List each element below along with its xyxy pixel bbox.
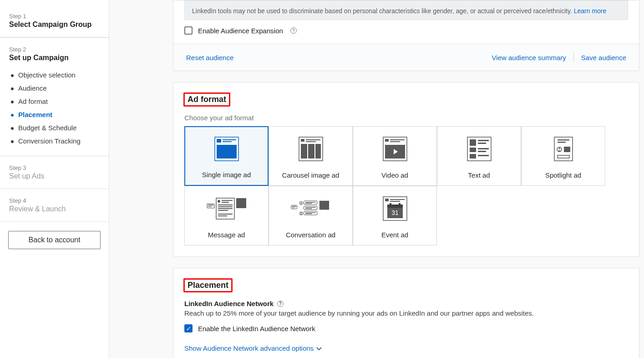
- svg-rect-62: [305, 212, 315, 213]
- step-4-block[interactable]: Step 4 Review & Launch: [0, 189, 109, 222]
- format-label: Text ad: [468, 171, 490, 179]
- substep-ad-format[interactable]: Ad format: [9, 95, 100, 108]
- footer-divider: [573, 52, 574, 62]
- ad-format-grid: Single image ad Carousel image ad: [184, 126, 605, 245]
- substep-budget[interactable]: Budget & Schedule: [9, 121, 100, 134]
- event-ad-icon: 31: [383, 186, 407, 231]
- svg-rect-23: [478, 148, 489, 149]
- placement-heading: Placement: [183, 278, 233, 292]
- svg-text:31: 31: [391, 209, 399, 216]
- svg-rect-72: [399, 203, 401, 206]
- audience-network-title: LinkedIn Audience Network: [184, 300, 274, 307]
- sidebar: Step 1 Select Campaign Group Step 2 Set …: [0, 0, 109, 358]
- format-label: Event ad: [381, 231, 408, 239]
- step-4-label: Step 4: [9, 197, 100, 204]
- enable-network-label: Enable the LinkedIn Audience Network: [198, 325, 315, 332]
- format-label: Message ad: [208, 231, 245, 239]
- audience-panel: LinkedIn tools may not be used to discri…: [173, 0, 639, 71]
- back-to-account-button[interactable]: Back to account: [8, 231, 101, 249]
- format-label: Carousel image ad: [282, 171, 340, 179]
- svg-rect-47: [236, 198, 246, 208]
- step-3-label: Step 3: [9, 164, 100, 171]
- svg-rect-6: [301, 139, 304, 142]
- format-label: Spotlight ad: [545, 171, 581, 179]
- reset-audience-link[interactable]: Reset audience: [186, 54, 233, 61]
- placement-panel: Placement LinkedIn Audience Network ? Re…: [173, 268, 639, 358]
- substep-placement[interactable]: Placement: [9, 108, 100, 121]
- svg-rect-24: [478, 151, 486, 152]
- format-carousel[interactable]: Carousel image ad: [269, 126, 353, 186]
- carousel-icon: [299, 127, 323, 171]
- svg-rect-67: [390, 199, 405, 200]
- svg-rect-29: [558, 142, 566, 143]
- svg-rect-39: [222, 200, 233, 201]
- ad-format-subheading: Choose your ad format: [184, 114, 628, 122]
- step-2-label: Step 2: [9, 46, 100, 53]
- help-icon[interactable]: ?: [277, 301, 284, 307]
- svg-rect-64: [319, 201, 329, 210]
- audience-panel-footer: Reset audience View audience summary Sav…: [173, 44, 639, 71]
- save-audience-link[interactable]: Save audience: [581, 54, 626, 61]
- svg-rect-66: [385, 199, 389, 201]
- learn-more-link[interactable]: Learn more: [574, 7, 607, 15]
- svg-rect-58: [305, 208, 312, 209]
- svg-rect-1: [217, 139, 221, 143]
- enable-network-row: ✓ Enable the LinkedIn Audience Network: [184, 322, 628, 335]
- format-message[interactable]: Message ad: [184, 186, 269, 245]
- svg-rect-57: [305, 207, 315, 208]
- spotlight-icon: [551, 127, 576, 171]
- format-spotlight[interactable]: Spotlight ad: [521, 126, 605, 186]
- svg-rect-63: [305, 214, 312, 214]
- audience-expansion-checkbox[interactable]: [184, 26, 193, 35]
- advanced-options-text: Show Audience Network advanced options: [184, 344, 314, 352]
- audience-network-desc: Reach up to 25% more of your target audi…: [184, 309, 628, 317]
- svg-rect-41: [218, 205, 233, 205]
- enable-network-checkbox[interactable]: ✓: [184, 324, 193, 332]
- text-ad-icon: [467, 127, 492, 171]
- svg-rect-50: [292, 208, 295, 208]
- svg-rect-44: [218, 210, 228, 211]
- view-audience-summary-link[interactable]: View audience summary: [492, 54, 566, 61]
- svg-point-52: [300, 202, 301, 203]
- format-single-image[interactable]: Single image ad: [184, 126, 269, 186]
- format-label: Conversation ad: [286, 231, 335, 239]
- svg-rect-22: [470, 148, 476, 152]
- svg-rect-55: [305, 203, 312, 204]
- format-label: Single image ad: [202, 171, 251, 179]
- svg-rect-2: [223, 139, 236, 140]
- svg-rect-8: [306, 141, 316, 142]
- format-text[interactable]: Text ad: [437, 126, 521, 186]
- step-3-block[interactable]: Step 3 Set up Ads: [0, 156, 109, 189]
- step-1-block[interactable]: Step 1 Select Campaign Group: [0, 5, 109, 37]
- svg-rect-42: [218, 206, 233, 207]
- svg-rect-13: [385, 139, 389, 142]
- single-image-icon: [214, 127, 239, 171]
- format-event[interactable]: 31 Event ad: [353, 186, 437, 245]
- svg-rect-14: [390, 139, 405, 140]
- svg-rect-7: [306, 139, 320, 140]
- audience-network-title-row: LinkedIn Audience Network ?: [184, 300, 628, 307]
- format-conversation[interactable]: Conversation ad: [269, 186, 353, 245]
- svg-rect-26: [478, 155, 489, 156]
- step-2-block: Step 2 Set up Campaign Objective selecti…: [0, 37, 109, 156]
- help-icon[interactable]: ?: [290, 27, 297, 34]
- ad-format-panel: Ad format Choose your ad format Single i…: [173, 82, 639, 257]
- step-1-title: Select Campaign Group: [9, 20, 100, 29]
- substeps-list: Objective selection Audience Ad format P…: [9, 68, 100, 148]
- conversation-ad-icon: [290, 186, 331, 231]
- chevron-down-icon: [316, 344, 322, 352]
- svg-point-38: [218, 200, 220, 203]
- svg-rect-15: [390, 141, 400, 142]
- svg-rect-28: [558, 139, 569, 141]
- format-video[interactable]: Video ad: [353, 126, 437, 186]
- video-icon: [383, 127, 407, 171]
- step-2-title: Set up Campaign: [9, 54, 100, 62]
- svg-point-60: [300, 213, 301, 214]
- step-1-label: Step 1: [9, 13, 100, 20]
- substep-conversion[interactable]: Conversion Tracking: [9, 134, 100, 148]
- substep-objective[interactable]: Objective selection: [9, 68, 100, 82]
- advanced-options-link[interactable]: Show Audience Network advanced options: [184, 344, 322, 352]
- svg-rect-3: [223, 141, 232, 142]
- substep-audience[interactable]: Audience: [9, 82, 100, 95]
- svg-rect-45: [218, 214, 233, 215]
